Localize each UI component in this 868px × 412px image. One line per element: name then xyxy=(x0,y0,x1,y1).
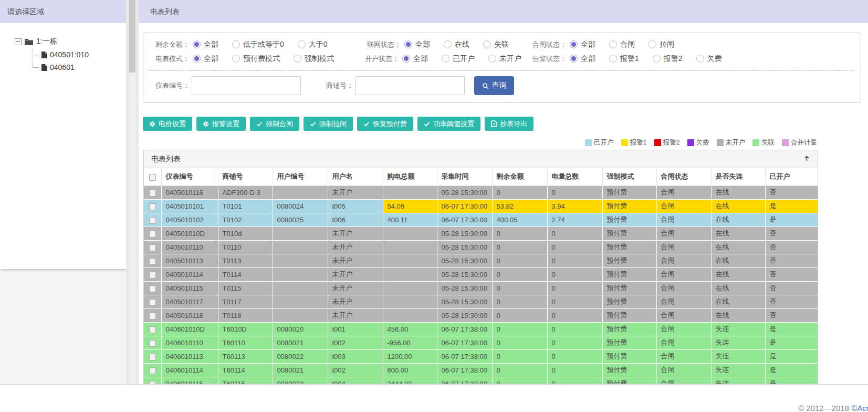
radio-option[interactable]: 报警2 xyxy=(653,54,683,64)
cell: 05-28 15:30:00 xyxy=(437,186,492,199)
row-checkbox[interactable] xyxy=(149,190,156,197)
legend-item: 未开户 xyxy=(717,138,746,147)
table-row[interactable]: 0405010117T0117未开户05-28 15:30:0000预付费合闸在… xyxy=(144,295,818,308)
radio-option[interactable]: 未开户 xyxy=(488,54,521,64)
radio-option[interactable]: 全部 xyxy=(404,40,430,49)
table-row[interactable]: 0405010114T0114未开户05-28 15:30:0000预付费合闸在… xyxy=(144,267,818,281)
row-checkbox[interactable] xyxy=(149,231,156,238)
radio-option[interactable]: 欠费 xyxy=(696,54,722,64)
row-checkbox[interactable] xyxy=(149,340,156,347)
radio-icon xyxy=(696,55,704,63)
radio-icon xyxy=(570,55,578,63)
tree-node-root[interactable]: 1:一栋 xyxy=(15,37,126,46)
radio-option[interactable]: 在线 xyxy=(444,40,469,49)
table-row[interactable]: 040601010DT6010D0080020t001456.0006-07 1… xyxy=(144,322,818,336)
cell: 在线 xyxy=(711,295,765,308)
collapse-expander-icon[interactable] xyxy=(15,38,22,45)
radio-icon xyxy=(193,40,201,48)
radio-option[interactable]: 大于0 xyxy=(298,40,328,49)
header-checkbox-cell xyxy=(144,168,161,186)
radio-option[interactable]: 全部 xyxy=(193,40,218,49)
legend-label: 未开户 xyxy=(726,138,746,147)
cell: 失连 xyxy=(711,363,765,377)
gear-icon xyxy=(149,121,155,127)
cell: 0 xyxy=(547,267,602,281)
toolbar-button[interactable]: 抄表导出 xyxy=(485,117,534,131)
tree-node[interactable]: 040601 xyxy=(33,63,126,71)
radio-option[interactable]: 合闸 xyxy=(609,40,635,49)
row-checkbox[interactable] xyxy=(149,354,156,360)
check-icon xyxy=(424,121,430,127)
radio-option[interactable]: 预付费模式 xyxy=(232,54,280,64)
toolbar-button[interactable]: 报警设置 xyxy=(196,117,246,131)
table-row[interactable]: 0406010113T601130080022t0031200.0006-07 … xyxy=(144,349,818,363)
radio-option-label: 报警2 xyxy=(664,54,683,64)
table-row[interactable]: 0406010115T601150080023t0042444.0006-07 … xyxy=(144,377,818,384)
scrollbar-thumb[interactable] xyxy=(129,0,135,73)
row-checkbox[interactable] xyxy=(149,217,156,224)
cell: 合闸 xyxy=(656,281,711,295)
cell xyxy=(383,186,437,199)
radio-option[interactable]: 全部 xyxy=(402,54,428,64)
cell: 是 xyxy=(765,322,818,336)
radio-option[interactable]: 全部 xyxy=(570,54,595,64)
table-row[interactable]: 0405010113T0113未开户05-28 15:30:0000预付费合闸在… xyxy=(144,254,818,267)
cell: t006 xyxy=(328,213,383,226)
shop-no-input[interactable] xyxy=(355,76,465,95)
table-row[interactable]: 0405010116ADF300-D 3未开户05-28 15:30:0000预… xyxy=(144,186,818,199)
search-button[interactable]: 查询 xyxy=(474,76,514,95)
collapse-panel-button[interactable] xyxy=(803,155,810,163)
row-checkbox[interactable] xyxy=(149,326,156,333)
copyright-link[interactable]: ©Acr xyxy=(851,404,868,412)
table-row[interactable]: 0406010110T601100080021t002-956.0006-07 … xyxy=(144,336,818,349)
cell: 0405010113 xyxy=(161,254,218,267)
row-checkbox[interactable] xyxy=(149,258,156,265)
cell: 预付费 xyxy=(602,267,656,281)
radio-option[interactable]: 低于或等于0 xyxy=(232,40,284,49)
table-row[interactable]: 0405010115T0115未开户05-28 15:30:0000预付费合闸在… xyxy=(144,281,818,295)
cell: 06-07 17:38:00 xyxy=(437,349,492,363)
radio-option-label: 欠费 xyxy=(707,54,722,64)
radio-option-label: 在线 xyxy=(455,40,469,49)
row-checkbox[interactable] xyxy=(149,299,156,306)
toolbar-button[interactable]: 强制合闸 xyxy=(250,117,299,131)
radio-option[interactable]: 失联 xyxy=(483,40,509,49)
cell: t003 xyxy=(328,349,383,363)
row-checkbox[interactable] xyxy=(149,285,156,292)
legend-item: 已开户 xyxy=(585,138,614,147)
radio-option[interactable]: 拉闸 xyxy=(649,40,674,49)
toolbar-button[interactable]: 电价设置 xyxy=(143,117,192,131)
radio-option[interactable]: 报警1 xyxy=(609,54,639,64)
table-row[interactable]: 040501010DT010d未开户05-28 15:30:0000预付费合闸在… xyxy=(144,226,818,240)
table-row[interactable]: 0405010110T0110未开户05-28 15:30:0000预付费合闸在… xyxy=(144,240,818,254)
shop-no-label: 商铺号： xyxy=(320,81,353,90)
radio-option[interactable]: 全部 xyxy=(570,40,595,49)
row-checkbox[interactable] xyxy=(149,244,156,251)
table-row[interactable]: 0406010114T601140080021t002600.0006-07 1… xyxy=(144,363,818,377)
cell xyxy=(383,254,437,267)
cell: 0405010110 xyxy=(161,240,218,254)
radio-option[interactable]: 全部 xyxy=(193,54,218,64)
cell xyxy=(383,240,437,254)
tree-node[interactable]: 040501:010 xyxy=(33,50,126,59)
cell: T010d xyxy=(218,226,273,240)
row-checkbox[interactable] xyxy=(149,313,156,320)
table-row[interactable]: 0405010101T01010080024t00554.0906-07 17:… xyxy=(144,199,818,213)
select-all-checkbox[interactable] xyxy=(149,174,156,181)
radio-option[interactable]: 已开户 xyxy=(442,54,475,64)
toolbar-button[interactable]: 强制拉闸 xyxy=(304,117,353,131)
check-icon xyxy=(310,121,316,127)
table-row[interactable]: 0405010102T01020080025t006400.1106-07 17… xyxy=(144,213,818,226)
row-checkbox[interactable] xyxy=(149,367,156,374)
cell: T0115 xyxy=(218,281,273,295)
table-row[interactable]: 0405010118T0118未开户05-28 15:30:0000预付费合闸在… xyxy=(144,308,818,322)
row-checkbox[interactable] xyxy=(149,203,156,210)
row-checkbox[interactable] xyxy=(149,272,156,279)
radio-option[interactable]: 强制模式 xyxy=(294,54,334,64)
toolbar-button[interactable]: 恢复预付费 xyxy=(357,117,413,131)
toolbar-button[interactable]: 功率阈值设置 xyxy=(417,117,480,131)
meter-no-input[interactable] xyxy=(192,76,301,95)
cell: 预付费 xyxy=(602,254,656,267)
vertical-scrollbar[interactable] xyxy=(129,0,135,384)
cell: 040501010D xyxy=(161,226,218,240)
